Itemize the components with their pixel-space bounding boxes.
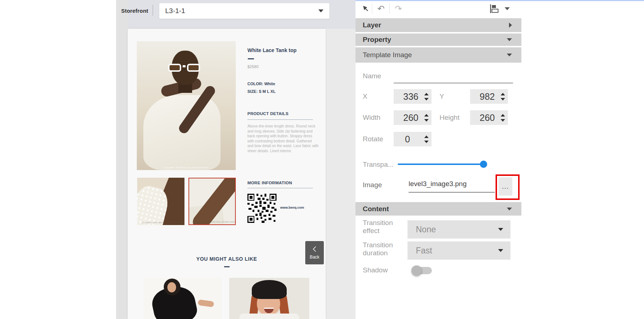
- product-price: $2580: [247, 64, 259, 69]
- slider-track[interactable]: [398, 164, 486, 165]
- transparency-slider[interactable]: [398, 161, 486, 168]
- name-label: Name: [363, 72, 381, 80]
- image-field-underline: [409, 192, 495, 193]
- y-label: Y: [440, 92, 444, 101]
- align-left-icon: [489, 4, 500, 13]
- undo-icon: ↶: [377, 4, 385, 14]
- align-caret-button[interactable]: [503, 3, 512, 15]
- also-like-dash: [224, 266, 230, 267]
- chevron-right-icon[interactable]: [509, 23, 512, 28]
- toolbar-divider: [389, 3, 390, 13]
- transition-duration-select[interactable]: Fast: [408, 241, 510, 260]
- transition-duration-label: Transition duration: [363, 241, 399, 257]
- layout-selector-value: L3-1-1: [165, 7, 318, 15]
- x-label: X: [363, 92, 367, 101]
- product-details-heading: PRODUCT DETAILS: [247, 111, 289, 116]
- canvas-left-strip: [116, 0, 128, 319]
- transition-effect-select[interactable]: None: [408, 220, 510, 239]
- transition-effect-label: Transition effect: [363, 219, 399, 235]
- toolbar-divider: [372, 3, 372, 13]
- more-information-heading: MORE INFORMATION: [247, 181, 292, 185]
- section-header-property[interactable]: Property: [355, 34, 521, 46]
- sunglasses: [168, 63, 203, 72]
- align-button[interactable]: [488, 3, 501, 15]
- details-underline: [247, 119, 313, 120]
- watermark-text: Copyright © 2017 BenQ Corp, all rights r…: [194, 221, 231, 223]
- chevron-down-icon[interactable]: [507, 208, 512, 210]
- product-thumbnail-2-selected[interactable]: Copyright © 2017 BenQ Corp, all rights r…: [188, 178, 236, 225]
- chevron-down-icon: [318, 9, 323, 12]
- annotation-highlight-box: [496, 174, 520, 200]
- height-label: Height: [440, 114, 460, 122]
- website-url: www.benq.com: [280, 206, 304, 209]
- width-stepper[interactable]: [421, 110, 432, 125]
- section-header-template-image[interactable]: Template Image: [355, 47, 521, 63]
- rotate-input[interactable]: 0: [394, 132, 432, 146]
- also-like-heading: YOU MIGHT ALSO LIKE: [128, 256, 326, 262]
- transparency-label: Transpa...: [363, 161, 394, 169]
- storefront-label: Storefront: [121, 8, 148, 14]
- select-tool-button[interactable]: [359, 3, 372, 15]
- y-stepper[interactable]: [498, 89, 508, 104]
- canvas-right-gutter: [326, 29, 355, 319]
- redo-button[interactable]: ↷: [392, 3, 405, 15]
- watermark-text: Copyright © 2017 BenQ Corp, all rights r…: [142, 221, 180, 224]
- back-button[interactable]: Back: [305, 241, 324, 264]
- chevron-down-icon: [498, 228, 503, 231]
- chevron-down-icon: [498, 249, 503, 252]
- cursor-arrow-icon: [361, 4, 370, 13]
- height-stepper[interactable]: [498, 110, 508, 125]
- product-details-text: Above-the-knee length dress. Round neck …: [247, 124, 319, 153]
- xsign-designer: Storefront L3-1-1 Copyright © 2017 BenQ …: [0, 0, 644, 319]
- suggested-product-2[interactable]: [229, 278, 309, 319]
- undo-button[interactable]: ↶: [375, 3, 387, 15]
- storefront-page-preview: Copyright © 2017 BenQ Corp, all rights r…: [128, 29, 326, 319]
- shadow-label: Shadow: [363, 266, 388, 274]
- product-color: COLOR: White: [247, 82, 275, 86]
- watermark-text: Copyright © 2017 BenQ Corp, all rights r…: [147, 166, 226, 169]
- title-dash: [248, 58, 254, 59]
- suggested-product-1[interactable]: [143, 278, 222, 319]
- rotate-stepper[interactable]: [421, 132, 432, 146]
- height-input[interactable]: 260: [470, 110, 508, 125]
- name-input[interactable]: [394, 71, 513, 82]
- x-stepper[interactable]: [421, 89, 432, 104]
- product-main-image[interactable]: Copyright © 2017 BenQ Corp, all rights r…: [137, 41, 236, 170]
- name-input-underline: [394, 83, 513, 83]
- product-thumbnail-1[interactable]: Copyright © 2017 BenQ Corp, all rights r…: [137, 178, 184, 225]
- shadow-toggle[interactable]: [412, 265, 433, 276]
- image-label: Image: [363, 181, 382, 189]
- chevron-down-icon[interactable]: [507, 38, 512, 41]
- product-size: SIZE: S M L XL: [247, 89, 275, 94]
- section-header-content[interactable]: Content: [355, 202, 521, 216]
- section-header-layer[interactable]: Layer: [355, 18, 521, 32]
- chevron-down-icon: [505, 7, 510, 10]
- x-input[interactable]: 336: [394, 89, 432, 104]
- slider-knob[interactable]: [480, 161, 487, 168]
- chevron-down-icon[interactable]: [507, 54, 512, 56]
- redo-icon: ↷: [395, 4, 402, 14]
- y-input[interactable]: 982: [470, 89, 508, 104]
- product-title: White Lace Tank top: [247, 47, 297, 53]
- layout-selector[interactable]: L3-1-1: [159, 3, 330, 19]
- back-label: Back: [310, 255, 319, 260]
- image-filename-field[interactable]: level3_image3.png: [409, 180, 467, 188]
- more-info-underline: [247, 188, 313, 188]
- chevron-left-icon: [312, 246, 317, 252]
- rotate-label: Rotate: [363, 135, 383, 143]
- topbar-divider: [152, 5, 153, 16]
- width-input[interactable]: 260: [394, 110, 432, 125]
- qr-code[interactable]: [247, 194, 277, 223]
- width-label: Width: [363, 114, 381, 122]
